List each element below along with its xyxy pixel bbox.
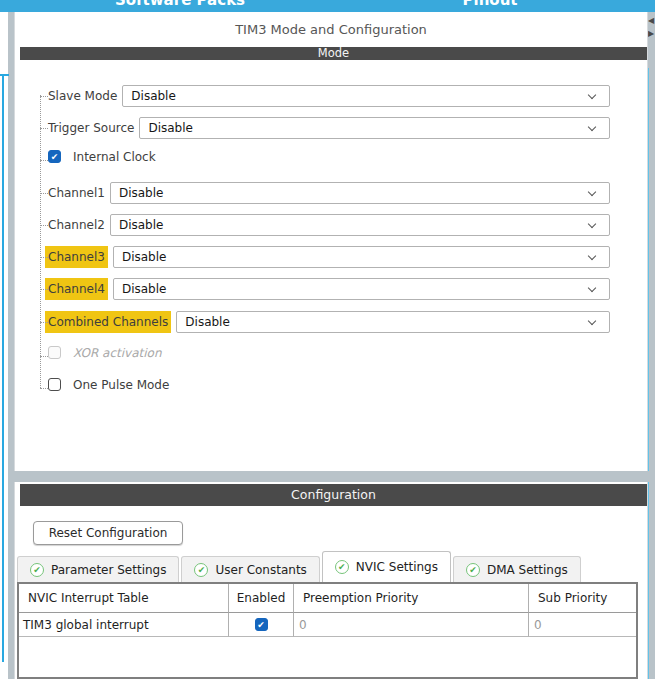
dropdown-combined-channels[interactable]: Disable [176, 311, 610, 333]
column-header-nvic-interrupt-table: NVIC Interrupt Table [19, 584, 229, 613]
dropdown-channel2[interactable]: Disable [110, 214, 610, 236]
field-label-slave-mode: Slave Mode [48, 85, 117, 107]
collapse-left-icon[interactable]: ◀ [647, 15, 655, 27]
field-label-combined-channels: Combined Channels [45, 311, 171, 333]
dropdown-value: Disable [111, 218, 164, 232]
mode-row-internal-clock: ✔Internal Clock [14, 149, 648, 175]
sub-priority-cell[interactable]: 0 [529, 613, 636, 637]
mode-row-slave-mode: Slave ModeDisable [14, 85, 648, 111]
dropdown-channel3[interactable]: Disable [113, 246, 610, 268]
tab-label: DMA Settings [487, 563, 568, 577]
checkbox-label-one-pulse-mode: One Pulse Mode [73, 377, 169, 393]
chevron-down-icon [588, 283, 596, 291]
chevron-down-icon [588, 122, 596, 130]
field-label-channel1: Channel1 [48, 182, 105, 204]
dropdown-value: Disable [123, 89, 176, 103]
chevron-down-icon [588, 316, 596, 324]
tab-dma-settings[interactable]: ✔DMA Settings [453, 556, 581, 582]
field-label-channel4: Channel4 [45, 278, 108, 300]
tab-label: Parameter Settings [51, 563, 166, 577]
horizontal-splitter[interactable] [8, 471, 655, 482]
enabled-cell: ✔ [229, 613, 294, 637]
field-label-channel3: Channel3 [45, 246, 108, 268]
tab-label: User Constants [215, 563, 306, 577]
mode-row-trigger-source: Trigger SourceDisable [14, 117, 648, 143]
nvic-interrupt-table: NVIC Interrupt TableEnabledPreemption Pr… [17, 582, 638, 679]
nav-tab-pinout[interactable]: Pinout [463, 0, 518, 9]
dropdown-slave-mode[interactable]: Disable [122, 85, 610, 107]
tree-connector [40, 193, 48, 194]
mode-row-channel2: Channel2Disable [14, 214, 648, 240]
mode-row-xor-activation: XOR activation [14, 345, 648, 371]
dropdown-channel4[interactable]: Disable [113, 278, 610, 300]
tree-connector [40, 225, 48, 226]
checkbox-one-pulse-mode[interactable] [48, 378, 61, 391]
preemption-priority-cell[interactable]: 0 [294, 613, 529, 637]
reset-configuration-button[interactable]: Reset Configuration [33, 521, 183, 545]
tab-label: NVIC Settings [356, 560, 438, 574]
checkbox-label-xor-activation: XOR activation [73, 345, 161, 361]
column-header-enabled: Enabled [229, 584, 294, 613]
page-title: TIM3 Mode and Configuration [14, 22, 648, 37]
selection-border-left [2, 74, 4, 662]
mode-row-channel1: Channel1Disable [14, 182, 648, 208]
tree-connector [40, 388, 48, 389]
dropdown-value: Disable [114, 282, 167, 296]
configuration-section-header: Configuration [20, 484, 647, 506]
column-header-preemption-priority: Preemption Priority [294, 584, 529, 613]
check-circle-icon: ✔ [466, 563, 480, 577]
check-circle-icon: ✔ [335, 560, 349, 574]
tree-connector [40, 322, 48, 323]
checkbox-xor-activation [48, 346, 61, 359]
column-header-sub-priority: Sub Priority [529, 584, 636, 613]
chevron-down-icon [588, 187, 596, 195]
tree-connector [40, 96, 48, 97]
table-header-row: NVIC Interrupt TableEnabledPreemption Pr… [19, 584, 636, 613]
mode-row-combined-channels: Combined ChannelsDisable [14, 311, 648, 337]
dropdown-value: Disable [111, 186, 164, 200]
check-circle-icon: ✔ [30, 563, 44, 577]
table-row: TIM3 global interrupt✔00 [19, 613, 636, 637]
interrupt-name-cell: TIM3 global interrupt [19, 613, 229, 637]
mode-row-channel3: Channel3Disable [14, 246, 648, 272]
tab-nvic-settings[interactable]: ✔NVIC Settings [322, 551, 451, 582]
chevron-down-icon [588, 219, 596, 227]
tree-connector [40, 289, 48, 290]
dropdown-value: Disable [140, 121, 193, 135]
tab-parameter-settings[interactable]: ✔Parameter Settings [17, 556, 179, 582]
top-nav-bar: Software Packs Pinout [0, 0, 655, 12]
field-label-trigger-source: Trigger Source [48, 117, 134, 139]
tree-connector [40, 160, 48, 161]
settings-tab-bar: ✔Parameter Settings✔User Constants✔NVIC … [17, 551, 581, 582]
tree-connector [40, 128, 48, 129]
nav-tab-software-packs[interactable]: Software Packs [115, 0, 245, 9]
check-circle-icon: ✔ [194, 563, 208, 577]
chevron-down-icon [588, 90, 596, 98]
mode-row-one-pulse-mode: One Pulse Mode [14, 377, 648, 403]
checkbox-interrupt-enabled[interactable]: ✔ [255, 618, 268, 631]
dropdown-value: Disable [177, 315, 230, 329]
chevron-down-icon [588, 251, 596, 259]
tree-connector [40, 356, 48, 357]
dropdown-channel1[interactable]: Disable [110, 182, 610, 204]
mode-section-header: Mode [20, 47, 647, 60]
tree-connector [40, 257, 48, 258]
mode-row-channel4: Channel4Disable [14, 278, 648, 304]
checkbox-label-internal-clock: Internal Clock [73, 149, 156, 165]
dropdown-value: Disable [114, 250, 167, 264]
tim3-configuration-panel: Software Packs Pinout ◀ ▶ TIM3 Mode and … [0, 0, 655, 679]
tab-user-constants[interactable]: ✔User Constants [181, 556, 319, 582]
checkbox-internal-clock[interactable]: ✔ [48, 150, 61, 163]
field-label-channel2: Channel2 [48, 214, 105, 236]
dropdown-trigger-source[interactable]: Disable [139, 117, 610, 139]
expand-right-icon[interactable]: ▶ [647, 28, 655, 40]
right-scroll-track [648, 12, 655, 679]
